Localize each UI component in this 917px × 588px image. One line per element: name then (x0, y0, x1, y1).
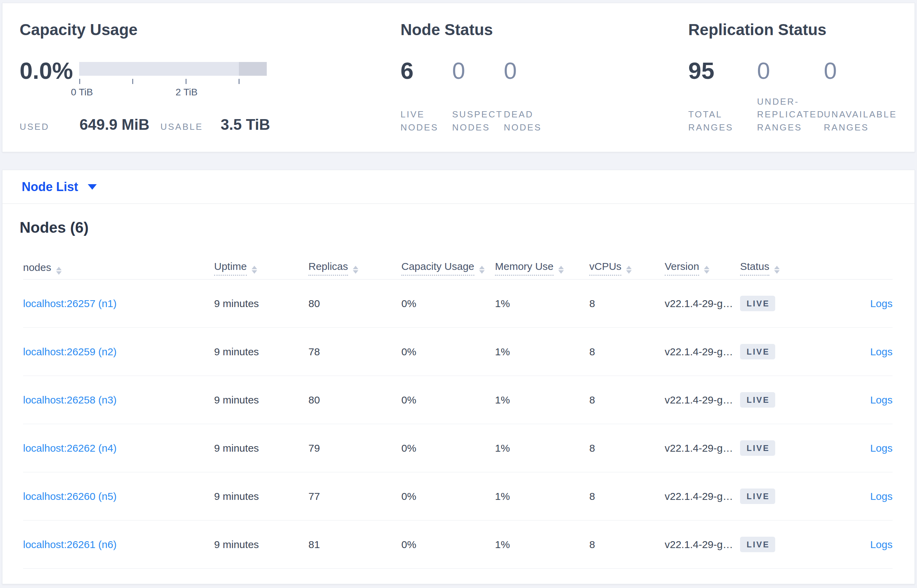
under-replicated-ranges-value: 0 (757, 58, 824, 83)
capacity-cell: 0% (401, 443, 495, 454)
usable-label: USABLE (160, 121, 221, 132)
uptime-cell: 9 minutes (214, 443, 308, 454)
capacity-gauge-area: 0.0% 0 TiB 2 TiB USED 649.9 MiB USABLE (19, 58, 401, 133)
capacity-usage-title: Capacity Usage (19, 21, 401, 39)
usable-value: 3.5 TiB (221, 116, 270, 133)
status-badge: LIVE (740, 537, 775, 552)
nodes-table-title: Nodes (6) (19, 219, 915, 236)
unavailable-ranges-value: 0 (824, 58, 898, 83)
node-link[interactable]: localhost:26258 (n3) (23, 394, 117, 405)
node-link[interactable]: localhost:26257 (n1) (23, 298, 117, 309)
version-cell: v22.1.4-29-g… (665, 298, 740, 310)
replicas-cell: 80 (308, 394, 401, 406)
suspect-nodes-label: SUSPECT NODES (452, 108, 504, 134)
live-nodes-stat: 6 LIVE NODES (401, 58, 452, 134)
logs-link[interactable]: Logs (870, 443, 893, 454)
table-row: localhost:26258 (n3) 9 minutes 80 0% 1% … (23, 376, 893, 424)
sort-icon (252, 266, 257, 274)
sort-icon (626, 266, 632, 274)
column-header-capacity-usage[interactable]: Capacity Usage (401, 261, 495, 276)
suspect-nodes-stat: 0 SUSPECT NODES (452, 58, 504, 134)
sort-icon (558, 266, 564, 274)
capacity-gauge: 0 TiB 2 TiB (79, 62, 267, 103)
capacity-usage-section: Capacity Usage 0.0% 0 TiB 2 TiB USED (19, 21, 401, 133)
logs-link[interactable]: Logs (870, 298, 893, 309)
chevron-down-icon (88, 184, 97, 190)
used-value: 649.9 MiB (79, 116, 160, 133)
capacity-gauge-segment (239, 62, 267, 76)
total-ranges-stat: 95 TOTAL RANGES (688, 58, 757, 134)
node-list-card: Node List Nodes (6) nodes Uptime Replica… (2, 170, 915, 584)
sort-icon (353, 266, 358, 274)
view-selector-bar: Node List (2, 170, 915, 204)
replicas-cell: 77 (308, 491, 401, 502)
capacity-cell: 0% (401, 394, 495, 406)
dead-nodes-stat: 0 DEAD NODES (504, 58, 559, 134)
node-link[interactable]: localhost:26260 (n5) (23, 491, 117, 502)
memory-cell: 1% (495, 298, 589, 310)
uptime-cell: 9 minutes (214, 491, 308, 502)
status-badge: LIVE (740, 440, 775, 456)
axis-tick (79, 79, 80, 84)
version-cell: v22.1.4-29-g… (665, 491, 740, 502)
status-badge: LIVE (740, 296, 775, 311)
capacity-used-percent: 0.0% (19, 58, 79, 103)
table-row: localhost:26257 (n1) 9 minutes 80 0% 1% … (23, 279, 893, 328)
sort-icon (704, 266, 709, 274)
status-badge: LIVE (740, 344, 775, 359)
vcpus-cell: 8 (589, 539, 665, 551)
logs-link[interactable]: Logs (870, 346, 893, 357)
column-header-status[interactable]: Status (740, 261, 826, 276)
column-header-replicas[interactable]: Replicas (308, 261, 401, 276)
vcpus-cell: 8 (589, 491, 665, 502)
under-replicated-ranges-stat: 0 UNDER-REPLICATED RANGES (757, 58, 824, 134)
under-replicated-ranges-label: UNDER-REPLICATED RANGES (757, 95, 824, 134)
replicas-cell: 78 (308, 346, 401, 358)
column-header-version[interactable]: Version (665, 261, 740, 276)
node-link[interactable]: localhost:26261 (n6) (23, 539, 117, 550)
dead-nodes-value: 0 (504, 58, 559, 83)
replication-status-section: Replication Status 95 TOTAL RANGES 0 UND… (688, 21, 898, 133)
table-row: localhost:26260 (n5) 9 minutes 77 0% 1% … (23, 472, 893, 520)
replicas-cell: 79 (308, 443, 401, 454)
live-nodes-value: 6 (401, 58, 452, 83)
unavailable-ranges-stat: 0 UNAVAILABLE RANGES (824, 58, 898, 134)
column-header-memory-use[interactable]: Memory Use (495, 261, 589, 276)
replication-status-title: Replication Status (688, 21, 898, 39)
capacity-cell: 0% (401, 539, 495, 551)
logs-link[interactable]: Logs (870, 394, 893, 405)
capacity-gauge-track (79, 62, 267, 76)
version-cell: v22.1.4-29-g… (665, 394, 740, 406)
column-header-uptime[interactable]: Uptime (214, 261, 308, 276)
axis-tick-label: 2 TiB (176, 87, 198, 98)
live-nodes-label: LIVE NODES (401, 108, 452, 134)
axis-tick-label: 0 TiB (71, 87, 93, 98)
status-badge: LIVE (740, 488, 775, 504)
sort-icon (479, 266, 485, 274)
unavailable-ranges-label: UNAVAILABLE RANGES (824, 108, 898, 134)
cluster-summary-card: Capacity Usage 0.0% 0 TiB 2 TiB USED (2, 3, 915, 152)
sort-icon (774, 266, 780, 274)
node-link[interactable]: localhost:26259 (n2) (23, 346, 117, 357)
node-status-section: Node Status 6 LIVE NODES 0 SUSPECT NODES… (401, 21, 688, 133)
memory-cell: 1% (495, 539, 589, 551)
nodes-table: nodes Uptime Replicas Capacity Usage Mem… (2, 257, 915, 569)
memory-cell: 1% (495, 491, 589, 502)
table-header-row: nodes Uptime Replicas Capacity Usage Mem… (23, 257, 893, 279)
uptime-cell: 9 minutes (214, 346, 308, 358)
column-header-nodes[interactable]: nodes (23, 262, 214, 275)
node-link[interactable]: localhost:26262 (n4) (23, 443, 117, 454)
capacity-cell: 0% (401, 346, 495, 358)
logs-link[interactable]: Logs (870, 491, 893, 502)
used-label: USED (19, 121, 79, 132)
axis-tick (186, 79, 187, 84)
node-list-dropdown[interactable]: Node List (22, 180, 97, 194)
vcpus-cell: 8 (589, 346, 665, 358)
node-list-dropdown-label: Node List (22, 180, 78, 194)
capacity-cell: 0% (401, 298, 495, 310)
logs-link[interactable]: Logs (870, 539, 893, 550)
column-header-vcpus[interactable]: vCPUs (589, 261, 665, 276)
uptime-cell: 9 minutes (214, 394, 308, 406)
replicas-cell: 80 (308, 298, 401, 310)
table-row: localhost:26262 (n4) 9 minutes 79 0% 1% … (23, 424, 893, 472)
